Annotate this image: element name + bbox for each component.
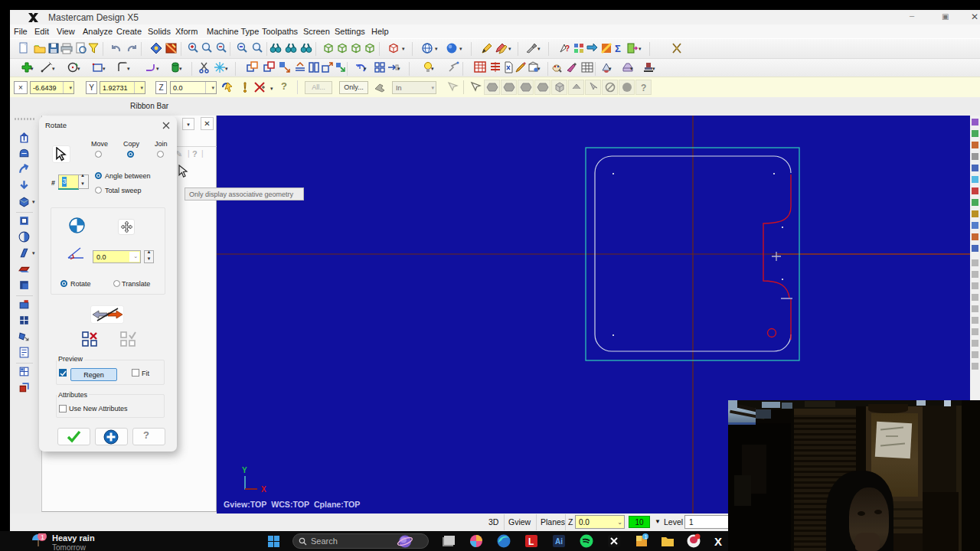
- svg-text:1: 1: [644, 534, 647, 540]
- svg-text:?: ?: [641, 83, 646, 93]
- svg-text:Y: Y: [242, 466, 247, 474]
- svg-text:Gview:TOP WCS:TOP Cplane:TOP: Gview:TOP WCS:TOP Cplane:TOP: [224, 500, 360, 509]
- svg-text:L: L: [528, 536, 534, 547]
- svg-text:1: 1: [41, 533, 44, 541]
- svg-text:X: X: [714, 535, 722, 548]
- svg-text:X: X: [261, 485, 266, 494]
- svg-text:Σ: Σ: [615, 43, 621, 54]
- svg-text:?: ?: [565, 44, 570, 53]
- svg-text:Ai: Ai: [555, 537, 563, 546]
